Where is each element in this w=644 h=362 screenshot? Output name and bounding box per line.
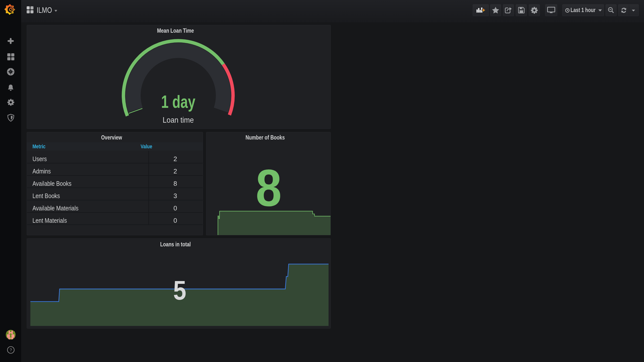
svg-text:8: 8 (256, 159, 282, 217)
svg-text:?: ? (10, 348, 12, 352)
svg-text:Loan time: Loan time (163, 116, 194, 124)
svg-text:1 day: 1 day (161, 92, 195, 112)
svg-text:5: 5 (173, 275, 186, 305)
